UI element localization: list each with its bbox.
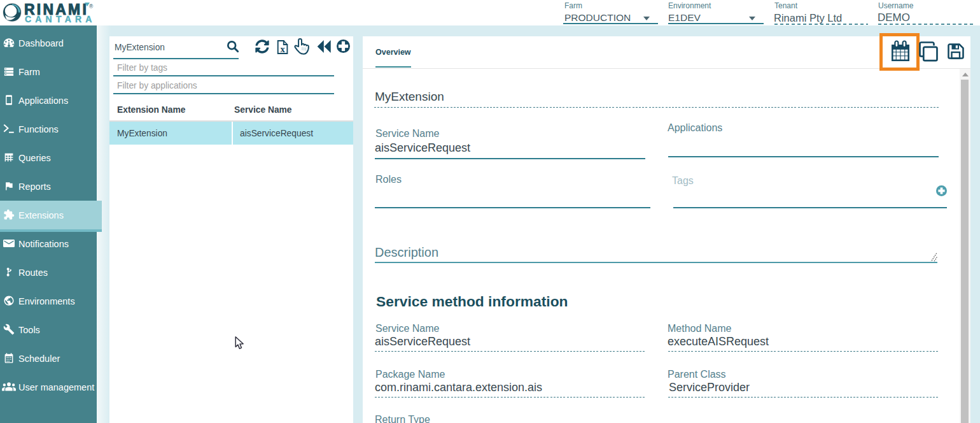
svg-text:x: x [280,44,285,54]
